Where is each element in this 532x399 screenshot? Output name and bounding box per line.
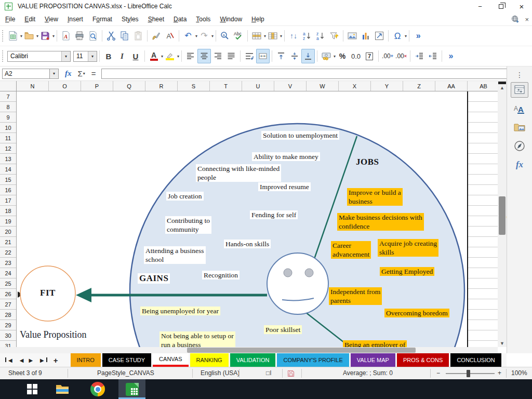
italic-icon[interactable]: I: [115, 49, 129, 63]
row-header-21[interactable]: 21: [0, 237, 16, 247]
canvas-label-overcoming-boredom[interactable]: Overcoming boredom: [384, 309, 449, 317]
sheet-tab-validation[interactable]: VALIDATION: [230, 353, 276, 367]
date-format-icon[interactable]: 7: [363, 49, 376, 63]
insert-chart-icon[interactable]: [359, 29, 373, 43]
menu-sheet[interactable]: Sheet: [144, 14, 168, 25]
canvas-label-ability-to-make-money[interactable]: Ability to make money: [252, 152, 320, 161]
canvas-label-being-unemployed-for-year[interactable]: Being unemployed for year: [140, 307, 220, 315]
insert-column-icon[interactable]: [266, 29, 280, 43]
canvas-label-job-creation[interactable]: Job creation: [166, 192, 204, 201]
column-header-R[interactable]: R: [145, 81, 178, 91]
fit-arrow-head[interactable]: [76, 288, 91, 302]
row-header-30[interactable]: 30: [0, 330, 16, 341]
row-header-8[interactable]: 8: [0, 102, 16, 112]
toolbar-overflow-icon[interactable]: »: [444, 49, 458, 63]
menu-file[interactable]: File: [1, 14, 19, 25]
zoom-level-status[interactable]: 100%: [511, 369, 527, 377]
sheet-tab-pros-cons[interactable]: PROS & CONS: [397, 353, 449, 367]
align-left-icon[interactable]: [184, 49, 197, 63]
autofilter-icon[interactable]: [327, 29, 341, 43]
menu-window[interactable]: Window: [216, 14, 246, 25]
name-box-dropdown-icon[interactable]: ▾: [50, 69, 59, 79]
horizontal-scrollbar-thumb[interactable]: [187, 348, 416, 353]
insert-image-icon[interactable]: [345, 29, 359, 43]
column-header-P[interactable]: P: [81, 81, 113, 91]
add-sheet-icon[interactable]: +: [54, 356, 58, 365]
column-header-AB[interactable]: AB: [468, 81, 498, 91]
canvas-label-getting-employed[interactable]: Getting Employed: [380, 267, 434, 276]
row-header-12[interactable]: 12: [0, 143, 16, 154]
print-icon[interactable]: [73, 29, 86, 43]
open-folder-icon[interactable]: [22, 29, 36, 43]
sidebar-styles-icon[interactable]: AA: [511, 101, 528, 116]
percent-format-icon[interactable]: %: [336, 49, 349, 63]
canvas-label-solution-to-unemployment[interactable]: Solution to unemployment: [261, 131, 339, 140]
vertical-scrollbar-thumb[interactable]: [499, 196, 506, 235]
document-close-icon[interactable]: ×: [525, 16, 529, 23]
sidebar-settings-icon[interactable]: ⋮: [507, 66, 532, 79]
canvas-label-connecting-with-like-minded[interactable]: Connecting with like-minded people: [196, 164, 281, 182]
sort-icon[interactable]: ↑↓: [287, 29, 300, 43]
canvas-label-independent-from[interactable]: Independent from parents: [329, 287, 382, 305]
special-character-icon[interactable]: Ω: [391, 29, 404, 43]
customer-face[interactable]: [267, 253, 328, 314]
canvas-label-make-business-decisions-with[interactable]: Make business decisions with confidence: [337, 213, 424, 231]
redo-dropdown-icon[interactable]: ▾: [211, 34, 214, 38]
row-header-25[interactable]: 25: [0, 278, 16, 289]
row-header-29[interactable]: 29: [0, 320, 16, 330]
row-header-9[interactable]: 9: [0, 112, 16, 123]
sort-ascending-icon[interactable]: az: [300, 29, 314, 43]
underline-icon[interactable]: U: [129, 49, 142, 63]
next-sheet-icon[interactable]: ▶: [26, 357, 35, 363]
canvas-label-recognition[interactable]: Recognition: [202, 271, 240, 280]
justify-icon[interactable]: [224, 49, 238, 63]
previous-sheet-icon[interactable]: ◀: [18, 357, 26, 363]
new-document-icon[interactable]: [6, 29, 20, 43]
undo-icon[interactable]: ↶: [181, 29, 195, 43]
menu-help[interactable]: Help: [247, 14, 269, 25]
sort-descending-icon[interactable]: za: [314, 29, 327, 43]
delete-decimal-icon[interactable]: .00×: [394, 49, 408, 63]
currency-format-icon[interactable]: [320, 49, 333, 63]
row-header-13[interactable]: 13: [0, 154, 16, 164]
menu-view[interactable]: View: [41, 14, 62, 25]
page-style-status[interactable]: PageStyle_CANVAS: [97, 369, 154, 377]
save-dropdown-icon[interactable]: ▾: [52, 34, 55, 38]
row-header-11[interactable]: 11: [0, 133, 16, 143]
restore-button[interactable]: [490, 0, 511, 12]
select-all-corner[interactable]: [0, 81, 17, 91]
decrease-indent-icon[interactable]: [426, 49, 440, 63]
highlight-dropdown-icon[interactable]: ▾: [177, 54, 179, 59]
insert-mode-icon[interactable]: □I: [266, 369, 272, 377]
font-name-combo[interactable]: Calibri▾: [7, 51, 71, 62]
last-sheet-icon[interactable]: ▶: [36, 357, 49, 363]
clone-formatting-icon[interactable]: [150, 29, 163, 43]
row-header-20[interactable]: 20: [0, 227, 16, 237]
value-proposition-heading[interactable]: Value Proposition: [20, 329, 87, 340]
sidebar-navigator-icon[interactable]: [511, 138, 528, 154]
save-icon[interactable]: [38, 29, 52, 43]
special-character-dropdown-icon[interactable]: ▾: [405, 34, 407, 38]
formula-input[interactable]: [101, 69, 521, 79]
canvas-label-acquire-job-creating[interactable]: Acquire job creating skills: [378, 239, 438, 257]
menu-data[interactable]: Data: [169, 14, 191, 25]
column-header-T[interactable]: T: [210, 81, 242, 91]
canvas-label-being-an-employer-of[interactable]: Being an employer of: [343, 340, 407, 347]
canvas-label-improve-or-build-a[interactable]: Improve or build a business: [347, 188, 403, 206]
menu-insert[interactable]: Insert: [63, 14, 87, 25]
sheet-tab-value-map[interactable]: VALUE MAP: [351, 353, 395, 367]
jobs-heading[interactable]: JOBS: [356, 157, 379, 167]
column-header-W[interactable]: W: [307, 81, 339, 91]
scroll-down-icon[interactable]: ▼: [498, 341, 507, 346]
highlight-color-icon[interactable]: [163, 49, 177, 63]
clear-formatting-icon[interactable]: A: [163, 29, 177, 43]
canvas-label-poor-skillset[interactable]: Poor skillset: [264, 325, 302, 334]
sheet-tab-company-s-profile[interactable]: COMPANY'S PROFILE: [277, 353, 349, 367]
gains-heading[interactable]: GAINS: [138, 273, 170, 284]
row-header-24[interactable]: 24: [0, 268, 16, 278]
close-button[interactable]: ×: [511, 0, 532, 12]
sidebar-functions-icon[interactable]: fx: [511, 157, 528, 172]
minimize-button[interactable]: −: [470, 0, 490, 12]
sheet-tab-conclusion[interactable]: CONCLUSION: [450, 353, 501, 367]
row-header-14[interactable]: 14: [0, 164, 16, 175]
